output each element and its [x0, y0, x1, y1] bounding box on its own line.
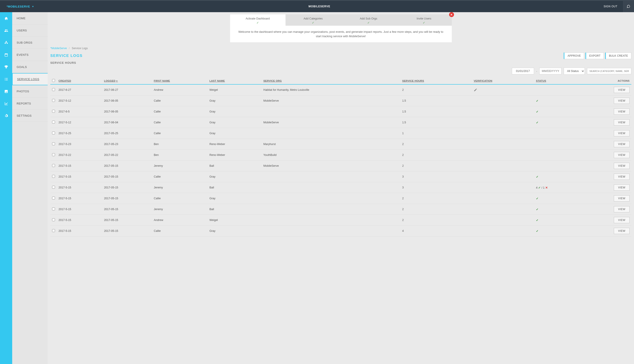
rail-cog-icon[interactable]: [0, 110, 12, 122]
row-checkbox[interactable]: [52, 208, 55, 210]
cell-status: ✓: [534, 215, 577, 226]
row-checkbox[interactable]: [52, 175, 55, 178]
sidebar-item-sub-orgs[interactable]: SUB ORGS: [12, 36, 48, 49]
cell-logged: 2017-05-15: [102, 171, 152, 182]
th-service-hours[interactable]: SERVICE HOURS: [400, 77, 472, 84]
onboarding-banner: Activate Dashboard✓Add Categories✓Add Su…: [230, 14, 452, 42]
view-button[interactable]: VIEW: [614, 141, 629, 147]
rail-image-icon[interactable]: [0, 85, 12, 98]
row-checkbox[interactable]: [52, 132, 55, 134]
th-status[interactable]: STATUS: [534, 77, 577, 84]
rail-trophy-icon[interactable]: [0, 61, 12, 73]
cell-verification: [472, 150, 534, 160]
check-icon: ✓: [230, 21, 286, 24]
cell-verification: [472, 128, 534, 139]
banner-close-button[interactable]: ✕: [449, 12, 454, 17]
view-button[interactable]: VIEW: [614, 108, 629, 115]
rail-users-icon[interactable]: [0, 24, 12, 36]
view-button[interactable]: VIEW: [614, 163, 629, 169]
view-button[interactable]: VIEW: [614, 130, 629, 136]
approve-button[interactable]: APPROVE: [564, 52, 584, 59]
row-checkbox[interactable]: [52, 196, 55, 200]
cell-last: Weigel: [208, 84, 262, 96]
view-button[interactable]: VIEW: [614, 174, 629, 180]
row-checkbox[interactable]: [52, 218, 55, 221]
cell-status: ✓: [534, 117, 577, 128]
row-checkbox[interactable]: [52, 110, 55, 113]
row-checkbox[interactable]: [52, 153, 55, 156]
row-checkbox[interactable]: [52, 142, 55, 145]
view-button[interactable]: VIEW: [614, 217, 629, 223]
cell-first: Jeremy: [152, 182, 208, 193]
table-row: 2017-5-152017-05-15CallieGray4✓VIEW: [50, 226, 631, 236]
th-created[interactable]: CREATED: [57, 77, 102, 84]
status-check-icon: ✓: [536, 208, 538, 211]
org-dropdown[interactable]: *MOBILESERVE ▼: [0, 5, 41, 8]
sidebar-item-users[interactable]: USERS: [12, 24, 48, 36]
view-button[interactable]: VIEW: [614, 152, 629, 158]
row-checkbox[interactable]: [52, 99, 55, 102]
view-button[interactable]: VIEW: [614, 184, 629, 191]
cell-last: Gray: [208, 96, 262, 106]
cell-status: [534, 128, 577, 139]
th-first-name[interactable]: FIRST NAME: [152, 77, 208, 84]
sidebar-item-settings[interactable]: SETTINGS: [12, 110, 48, 122]
sidebar-item-photos[interactable]: PHOTOS: [12, 85, 48, 98]
cell-created: 2017-5-25: [57, 128, 102, 139]
cell-org: [262, 204, 400, 215]
cell-created: 2017-6-27: [57, 84, 102, 96]
rail-home-icon[interactable]: [0, 12, 12, 24]
table-row: 2017-5-152017-05-15JeremyBall2✓VIEW: [50, 204, 631, 215]
row-checkbox[interactable]: [52, 121, 55, 124]
rail-sitemap-icon[interactable]: [0, 36, 12, 49]
row-checkbox[interactable]: [52, 229, 55, 232]
cell-created: 2017-5-22: [57, 150, 102, 160]
view-button[interactable]: VIEW: [614, 206, 629, 212]
sidebar-item-service-logs[interactable]: SERVICE LOGS: [12, 73, 48, 85]
banner-step[interactable]: Add Sub Orgs✓: [341, 14, 396, 26]
cell-first: Callie: [152, 193, 208, 204]
rail-calendar-icon[interactable]: [0, 49, 12, 61]
status-select[interactable]: All Statuses: [564, 68, 585, 74]
view-button[interactable]: VIEW: [614, 119, 629, 126]
cell-verification: [472, 84, 534, 96]
sidebar-item-reports[interactable]: REPORTS: [12, 98, 48, 110]
select-all-checkbox[interactable]: [52, 79, 55, 82]
view-button[interactable]: VIEW: [614, 98, 629, 104]
view-button[interactable]: VIEW: [614, 195, 629, 202]
cell-first: Andrew: [152, 84, 208, 96]
date-from-input[interactable]: [512, 68, 534, 74]
signout-link[interactable]: SIGN OUT: [598, 5, 623, 8]
bulk-create-button[interactable]: BULK CREATE: [605, 52, 631, 59]
cell-org: MobileServe: [262, 160, 400, 171]
table-row: 2017-5-152017-05-15JeremyBall34 ✓ / 1 ✕V…: [50, 182, 631, 193]
row-checkbox[interactable]: [52, 88, 55, 91]
banner-step[interactable]: Activate Dashboard✓: [230, 14, 286, 26]
row-checkbox[interactable]: [52, 186, 55, 189]
th-logged[interactable]: LOGGED▼: [102, 77, 152, 84]
sidebar-item-events[interactable]: EVENTS: [12, 49, 48, 61]
rail-list-icon[interactable]: [0, 73, 12, 85]
th-service-org[interactable]: SERVICE ORG: [262, 77, 400, 84]
sidebar-item-goals[interactable]: GOALS: [12, 61, 48, 73]
cell-last: Gray: [208, 117, 262, 128]
search-input[interactable]: [587, 68, 631, 74]
table-row: 2017-5-152017-05-15AndrewWeigel2✓VIEW: [50, 215, 631, 226]
cell-created: 2017-5-15: [57, 226, 102, 236]
chat-button[interactable]: [623, 0, 634, 12]
view-button[interactable]: VIEW: [614, 87, 629, 93]
breadcrumb-root[interactable]: *MobileServe: [50, 47, 67, 50]
banner-step[interactable]: Add Categories✓: [286, 14, 341, 26]
th-verification[interactable]: VERIFICATION: [472, 77, 534, 84]
th-last-name[interactable]: LAST NAME: [208, 77, 262, 84]
cell-hours: 2: [400, 84, 472, 96]
date-to-input[interactable]: [539, 68, 561, 74]
sidebar-item-home[interactable]: HOME: [12, 12, 48, 24]
row-checkbox[interactable]: [52, 164, 55, 167]
view-button[interactable]: VIEW: [614, 228, 629, 234]
banner-step[interactable]: Invite Users✓: [396, 14, 452, 26]
table-row: 2017-5-152017-05-15CallieGray3✓VIEW: [50, 171, 631, 182]
export-button[interactable]: EXPORT: [585, 52, 604, 59]
pencil-icon[interactable]: [474, 88, 477, 92]
rail-chart-icon[interactable]: [0, 98, 12, 110]
